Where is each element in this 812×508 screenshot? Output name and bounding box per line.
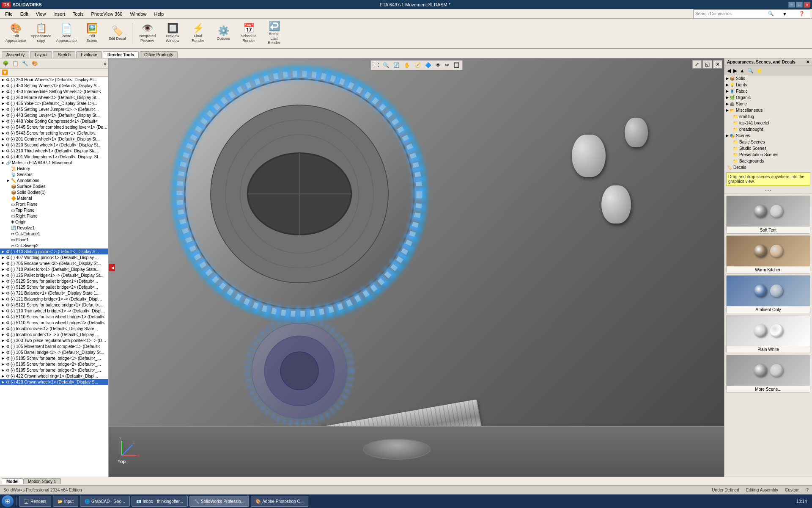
rp-tree-item[interactable]: 📁 ids-141 bracelet — [724, 120, 812, 126]
tree-item[interactable]: ▶ ⚙ (-) 5125 Screw for pallet bridge<1> … — [0, 278, 108, 284]
preview-window-btn[interactable]: 🔲 PreviewWindow — [160, 20, 185, 47]
close-btn[interactable]: ✕ — [804, 2, 810, 8]
tree-item[interactable]: ▶ ⚙ (-) 721 Balance<1> (Default<_Display… — [0, 290, 108, 296]
rp-tree-item[interactable]: 📁 Basic Scenes — [724, 139, 812, 145]
feature-tree[interactable]: ▶ ⚙ (-) 250 Hour Wheel<1> (Default<_Disp… — [0, 77, 108, 477]
tree-item[interactable]: ▶ ⚙ (-) 445 Setting Lever Jumper<1> -> (… — [0, 106, 108, 112]
tab-evaluate[interactable]: Evaluate — [76, 51, 102, 58]
tree-item[interactable]: ▶ ⚙ (-) 5445 Screw for combined setting … — [0, 124, 108, 130]
tree-item[interactable]: ▶ ⚙ (-) 125 Pallet bridge<1> -> (Default… — [0, 272, 108, 278]
rp-star-icon[interactable]: ⭐ — [755, 67, 763, 75]
rp-tree-item[interactable]: ▶ 🧵 Fabric — [724, 88, 812, 94]
rp-tree-item[interactable]: ▶ 💡 Lights — [724, 82, 812, 88]
tree-item[interactable]: ▶ ⚙ (-) 705 Escape wheel<2> (Default<_Di… — [0, 260, 108, 266]
filter-icon[interactable]: 🔽 — [2, 69, 8, 75]
tab-sketch[interactable]: Sketch — [53, 51, 75, 58]
tree-item[interactable]: 🔄 Revolve1 — [0, 225, 108, 231]
tree-item[interactable]: ▶ ⚙ (-) 410 Sliding pinion<1> (Default<_… — [0, 248, 108, 254]
tree-item[interactable]: ▶ ⚙ (-) 407 Winding pinion<1> (Default<_… — [0, 254, 108, 260]
copy-appearance-btn[interactable]: 📋 Appearancecopy — [29, 20, 53, 47]
appearances-tree[interactable]: ▶ 📦 Solid ▶ 💡 Lights ▶ 🧵 Fabric ▶ 🌿 Orga… — [724, 75, 812, 171]
right-panel-close-icon[interactable]: ✕ — [806, 60, 809, 64]
taskbar-solidworks[interactable]: 🔧 SolidWorks Professio... — [189, 496, 249, 507]
scene-card[interactable]: Ambient Only — [726, 275, 810, 313]
tree-item[interactable]: ▶ ⚙ (-) 210 Third wheel<1> (Default<_Dis… — [0, 148, 108, 154]
taskbar-grabcad[interactable]: 🌐 GrabCAD - Goo... — [80, 496, 129, 507]
tree-item[interactable]: 📜 History — [0, 166, 108, 171]
tree-item[interactable]: ▶ ⚙ (-) 5105 Screw for barrel bridge<3> … — [0, 367, 108, 373]
tree-item[interactable]: ▶ ⚙ (-) 5110 Screw for train wheel bridg… — [0, 314, 108, 320]
tree-item[interactable]: 📦 Solid Bodies(1) — [0, 189, 108, 195]
taskbar-input[interactable]: 📂 Input — [53, 496, 78, 507]
help-btn[interactable]: ? — [806, 488, 809, 492]
integrated-preview-btn[interactable]: 👁️ IntegratedPreview — [135, 20, 159, 47]
help-icon[interactable]: ❓ — [796, 10, 808, 17]
search-input[interactable] — [695, 11, 763, 16]
rp-tree-item[interactable]: ▶ 📦 Solid — [724, 75, 812, 82]
zoom-in-icon[interactable]: 🔍 — [381, 61, 391, 69]
tab-assembly[interactable]: Assembly — [2, 51, 29, 58]
tree-item[interactable]: ▶ ⚙ (-) 121 Balancing bridge<1> -> (Defa… — [0, 296, 108, 302]
tree-item[interactable]: ▶ ⚙ (-) 450 Setting Wheel<1> (Default<_D… — [0, 83, 108, 88]
view-orient-icon[interactable]: 🧭 — [413, 61, 422, 69]
tree-item[interactable]: ▶ ⚙ (-) 5105 Screw for barrel bridge<1> … — [0, 355, 108, 361]
scenes-panel[interactable]: Soft Tent Warm Kitchen Ambient Only — [724, 194, 812, 477]
tree-item[interactable]: ▶ ⚙ (-) 105 Movement barrel complete<1> … — [0, 343, 108, 349]
tree-item[interactable]: ▶ ⚙ (-) 5121 Screw for balance bridge<1>… — [0, 302, 108, 308]
menu-window[interactable]: Window — [126, 11, 150, 17]
menu-file[interactable]: File — [2, 11, 16, 17]
section-view-icon[interactable]: ✂ — [443, 61, 451, 69]
tab-render-tools[interactable]: Render Tools — [103, 51, 139, 58]
search-box[interactable]: 🔍 ▼ ❓ — [693, 9, 810, 18]
tree-item[interactable]: ▶ ⚙ (-) 443 Setting Lever<1> (Default<_D… — [0, 112, 108, 118]
tree-item[interactable]: ▭ Plane1 — [0, 237, 108, 243]
rp-search-icon[interactable]: 🔍 — [746, 67, 754, 75]
rp-forward-icon[interactable]: ▶ — [732, 67, 738, 75]
tree-item[interactable]: ▶ ⚙ (-) 710 Pallet fork<1> (Default<_Dis… — [0, 266, 108, 272]
scene-card[interactable]: Plain White — [726, 315, 810, 353]
viewport[interactable]: ⛶ 🔍 🔄 ✋ 🧭 🔷 👁 ✂ 🔲 ⤢ ◱ ✕ ◀ — [109, 58, 724, 477]
tree-item[interactable]: ▶ ⚙ (-) 110 Train wheel bridge<1> -> (De… — [0, 308, 108, 314]
menu-edit[interactable]: Edit — [17, 11, 32, 17]
tree-item[interactable]: ✚ Origin — [0, 219, 108, 225]
rp-back-icon[interactable]: ◀ — [726, 67, 732, 75]
close-view-btn[interactable]: ✕ — [713, 60, 722, 69]
rp-tree-item[interactable]: 📁 dreadnought — [724, 126, 812, 133]
taskbar-renders[interactable]: 🖥️ Renders — [19, 496, 51, 507]
taskbar-photoshop[interactable]: 🎨 Adobe Photoshop C... — [251, 496, 308, 507]
tree-item[interactable]: ▶ ⚙ (-) 435 Yoke<1> (Default<_Display St… — [0, 100, 108, 106]
tree-item[interactable]: ▶ ⚙ (-) 5125 Screw for pallet bridge<2> … — [0, 284, 108, 290]
tree-item[interactable]: ✂ Cut-Sweep2 — [0, 243, 108, 248]
edit-appearance-btn[interactable]: 🎨 EditAppearance — [3, 20, 28, 47]
pan-icon[interactable]: ✋ — [402, 61, 412, 69]
menu-view[interactable]: View — [33, 11, 49, 17]
tree-item[interactable]: ▶ ⚙ (-) Incabloc under<1> -> x (Default<… — [0, 331, 108, 337]
tab-layout[interactable]: Layout — [30, 51, 52, 58]
rotate-icon[interactable]: 🔄 — [392, 61, 401, 69]
tree-item[interactable]: 🔶 Material — [0, 195, 108, 201]
left-indicator[interactable]: ◀ — [109, 264, 115, 271]
window-controls[interactable]: ─ □ ✕ — [788, 2, 810, 8]
tree-item[interactable]: 📡 Sensors — [0, 171, 108, 177]
tree-item[interactable]: ▶ ⚙ (-) 201 Centre wheel<1> (Default<_Di… — [0, 136, 108, 142]
rp-tree-item[interactable]: 📁 Backgrounds — [724, 158, 812, 164]
tree-view-icon[interactable]: 🌳 — [2, 60, 10, 67]
menu-tools[interactable]: Tools — [69, 11, 87, 17]
final-render-btn[interactable]: ⚡ FinalRender — [186, 20, 210, 47]
zoom-to-fit-icon[interactable]: ⛶ — [372, 61, 380, 69]
menu-help[interactable]: Help — [151, 11, 167, 17]
rp-tree-item[interactable]: ▶ 📂 Miscellaneous — [724, 107, 812, 113]
menu-insert[interactable]: Insert — [50, 11, 69, 17]
rp-tree-item[interactable]: 🏷️ Decals — [724, 164, 812, 171]
start-button[interactable]: ⊞ — [2, 495, 14, 507]
tree-item[interactable]: ▭ Front Plane — [0, 201, 108, 207]
tree-item[interactable]: ▶ ⚙ (-) 440 Yoke Spring Compressed<1> (D… — [0, 118, 108, 124]
tree-item[interactable]: ▭ Right Plane — [0, 213, 108, 219]
tab-office-products[interactable]: Office Products — [140, 51, 178, 58]
tree-item[interactable]: ▶ ⚙ (-) 5443 Screw for setting lever<1> … — [0, 130, 108, 136]
edit-scene-btn[interactable]: 🖼️ EditScene — [80, 20, 104, 47]
tab-motion-study-1[interactable]: Motion Study 1 — [23, 478, 61, 484]
rp-tree-item[interactable]: 📁 smit tug — [724, 113, 812, 120]
tree-item[interactable]: ▶ ⚙ (-) 453 Intermediate Setting Wheel<1… — [0, 88, 108, 94]
tree-item[interactable]: ▶ ⚙ (-) 401 Winding stem<1> (Default<_Di… — [0, 154, 108, 160]
